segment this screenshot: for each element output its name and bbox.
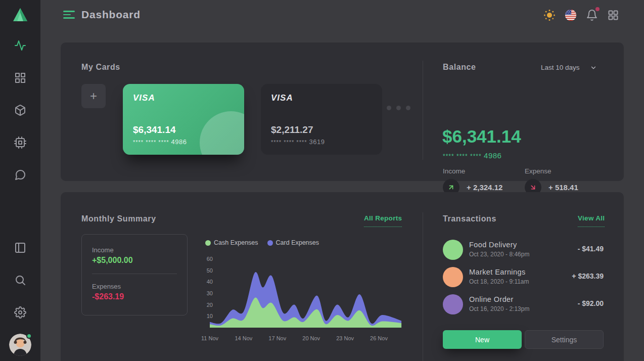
sidebar — [0, 0, 40, 361]
credit-card-primary[interactable]: VISA $6,341.14 **** **** **** 4986 — [123, 84, 244, 155]
visa-logo: VISA — [271, 93, 372, 103]
sidebar-item-dashboard-grid[interactable] — [0, 70, 40, 86]
layout-icon — [14, 242, 26, 254]
transaction-row[interactable]: Food Delivery Oct 23, 2020 - 8:46pm - $4… — [443, 240, 604, 261]
transaction-name: Food Delivery — [469, 241, 517, 249]
income-value: + 2,324.12 — [467, 183, 502, 192]
plus-icon: + — [90, 89, 97, 103]
svg-text:20: 20 — [207, 302, 213, 308]
arrow-up-right-icon — [447, 184, 455, 191]
search-icon — [14, 274, 26, 286]
svg-text:30: 30 — [207, 290, 213, 296]
svg-text:10: 10 — [207, 313, 213, 319]
transaction-amount: + $263.39 — [572, 272, 604, 280]
sidebar-item-settings[interactable] — [0, 304, 40, 321]
card-number: **** **** **** 3619 — [271, 138, 325, 146]
svg-text:50: 50 — [207, 267, 213, 274]
monthly-summary-title: Monthly Summary — [81, 214, 156, 223]
transaction-date: Oct 23, 2020 - 8:46pm — [469, 251, 529, 258]
svg-text:20 Nov: 20 Nov — [302, 335, 320, 341]
income-expenses-summary-box: Income +$5,000.00 Expenses -$263.19 — [81, 234, 188, 315]
expense-label: Expense — [525, 167, 551, 175]
sidebar-item-search[interactable] — [0, 272, 40, 288]
transaction-row[interactable]: Market Earnings Oct 18, 2020 - 9:11am + … — [443, 267, 604, 288]
arrow-down-right-icon — [529, 184, 537, 191]
transaction-row[interactable]: Online Order Oct 16, 2020 - 2:13pm - $92… — [443, 294, 604, 315]
transaction-avatar — [443, 294, 463, 314]
legend-dot-card — [267, 240, 273, 246]
hamburger-icon — [63, 11, 75, 12]
page-title: Dashboard — [81, 9, 141, 21]
svg-text:40: 40 — [207, 279, 213, 285]
panel-divider — [423, 212, 423, 361]
balance-amount: $6,341.14 — [442, 126, 521, 147]
legend-dot-cash — [205, 240, 211, 246]
menu-toggle-button[interactable] — [63, 11, 75, 20]
sidebar-item-products[interactable] — [0, 102, 40, 118]
visa-logo: VISA — [133, 93, 234, 103]
app-logo[interactable] — [0, 4, 40, 26]
summary-income-label: Income — [92, 246, 177, 254]
cube-icon — [14, 104, 26, 116]
balance-range-dropdown[interactable]: Last 10 days — [541, 64, 597, 71]
carousel-dot[interactable] — [387, 106, 391, 110]
legend-item-card: Card Expenses — [267, 239, 319, 246]
legend-item-cash: Cash Expenses — [205, 239, 258, 246]
svg-text:17 Nov: 17 Nov — [268, 335, 286, 341]
sidebar-item-layout[interactable] — [0, 240, 40, 256]
svg-text:14 Nov: 14 Nov — [235, 335, 252, 341]
summary-income-value: +$5,000.00 — [92, 256, 177, 265]
credit-card-secondary[interactable]: VISA $2,211.27 **** **** **** 3619 — [261, 84, 382, 155]
user-avatar[interactable] — [9, 334, 31, 356]
settings-button[interactable]: Settings — [525, 330, 604, 349]
balance-title: Balance — [443, 63, 476, 72]
range-value: Last 10 days — [541, 64, 580, 71]
svg-text:11 Nov: 11 Nov — [201, 335, 219, 341]
svg-text:23 Nov: 23 Nov — [336, 335, 354, 341]
sidebar-item-system[interactable] — [0, 134, 40, 151]
summary-divider — [92, 274, 177, 274]
carousel-dot[interactable] — [406, 106, 410, 110]
apps-grid-icon — [607, 9, 619, 21]
dashboard-app: Dashboard — [0, 0, 644, 361]
panel-divider — [423, 61, 423, 160]
carousel-dot[interactable] — [396, 106, 401, 110]
transaction-amount: - $41.49 — [578, 245, 604, 253]
triangle-logo-icon — [12, 7, 29, 24]
theme-toggle-button[interactable] — [543, 9, 556, 21]
new-button[interactable]: New — [443, 330, 522, 349]
sidebar-item-activity[interactable] — [0, 37, 40, 54]
language-selector[interactable] — [565, 9, 577, 21]
chevron-down-icon — [590, 64, 597, 71]
sidebar-item-messages[interactable] — [0, 167, 40, 183]
notifications-button[interactable] — [586, 9, 598, 21]
balance-card-number: **** **** **** 4986 — [443, 151, 501, 160]
sun-icon — [543, 9, 556, 21]
summary-expenses-label: Expenses — [92, 283, 177, 290]
online-status-dot — [26, 333, 32, 339]
transaction-name: Market Earnings — [469, 268, 526, 276]
svg-text:60: 60 — [207, 256, 213, 262]
settings-gear-icon — [14, 306, 26, 319]
chat-icon — [14, 169, 26, 181]
all-reports-link[interactable]: All Reports — [364, 214, 402, 227]
expense-value: + 518.41 — [548, 183, 578, 192]
grid-icon — [14, 72, 26, 84]
cpu-icon — [14, 137, 26, 149]
svg-text:26 Nov: 26 Nov — [370, 335, 388, 341]
transaction-avatar — [443, 240, 463, 260]
us-flag-icon — [565, 9, 577, 21]
cards-balance-panel: My Cards + VISA $6,341.14 **** **** ****… — [61, 42, 624, 181]
summary-expenses-value: -$263.19 — [92, 292, 177, 301]
my-cards-title: My Cards — [81, 63, 120, 72]
transaction-avatar — [443, 267, 463, 287]
view-all-link[interactable]: View All — [578, 214, 605, 227]
transaction-date: Oct 18, 2020 - 9:11am — [469, 278, 529, 285]
transactions-title: Transactions — [443, 214, 496, 223]
monthly-chart: 10203040506011 Nov14 Nov17 Nov20 Nov23 N… — [200, 250, 422, 346]
transaction-name: Online Order — [469, 295, 514, 303]
activity-icon — [14, 39, 26, 52]
add-card-button[interactable]: + — [81, 84, 106, 108]
apps-menu-button[interactable] — [607, 9, 619, 21]
summary-transactions-panel: Monthly Summary All Reports Income +$5,0… — [61, 192, 624, 361]
